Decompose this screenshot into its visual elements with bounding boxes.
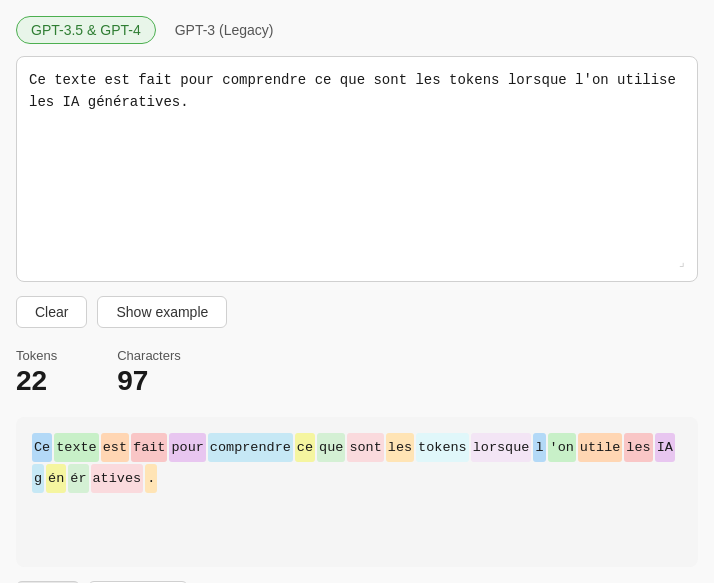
resize-handle: ⌟ — [29, 255, 685, 269]
token-span: les — [386, 433, 414, 462]
token-span: texte — [54, 433, 99, 462]
button-row: Clear Show example — [16, 296, 698, 328]
token-span: que — [317, 433, 345, 462]
token-span: lorsque — [471, 433, 532, 462]
stats-row: Tokens 22 Characters 97 — [16, 348, 698, 397]
show-example-button[interactable]: Show example — [97, 296, 227, 328]
tokens-label: Tokens — [16, 348, 57, 363]
token-span: est — [101, 433, 129, 462]
tokens-stat: Tokens 22 — [16, 348, 57, 397]
token-span: ér — [68, 464, 88, 493]
tab-gpt3[interactable]: GPT-3 (Legacy) — [160, 16, 289, 44]
token-span: Ce — [32, 433, 52, 462]
token-span: pour — [169, 433, 205, 462]
tokens-value: 22 — [16, 365, 57, 397]
token-line: Ce texte est fait pour comprendre ce que… — [32, 433, 682, 493]
token-span: g — [32, 464, 44, 493]
characters-stat: Characters 97 — [117, 348, 181, 397]
token-span: ce — [295, 433, 315, 462]
token-span: l — [533, 433, 545, 462]
token-span: fait — [131, 433, 167, 462]
token-span: én — [46, 464, 66, 493]
token-span: IA — [655, 433, 675, 462]
token-span: les — [624, 433, 652, 462]
token-span: comprendre — [208, 433, 293, 462]
token-span: sont — [347, 433, 383, 462]
textarea-wrapper: ⌟ — [16, 56, 698, 282]
token-span: atives — [91, 464, 144, 493]
input-textarea[interactable] — [29, 69, 685, 249]
token-span: tokens — [416, 433, 469, 462]
token-span: utile — [578, 433, 623, 462]
clear-button[interactable]: Clear — [16, 296, 87, 328]
characters-value: 97 — [117, 365, 181, 397]
tab-bar: GPT-3.5 & GPT-4 GPT-3 (Legacy) — [16, 16, 698, 44]
characters-label: Characters — [117, 348, 181, 363]
tab-gpt35[interactable]: GPT-3.5 & GPT-4 — [16, 16, 156, 44]
token-span: 'on — [548, 433, 576, 462]
token-display: Ce texte est fait pour comprendre ce que… — [16, 417, 698, 567]
token-span: . — [145, 464, 157, 493]
